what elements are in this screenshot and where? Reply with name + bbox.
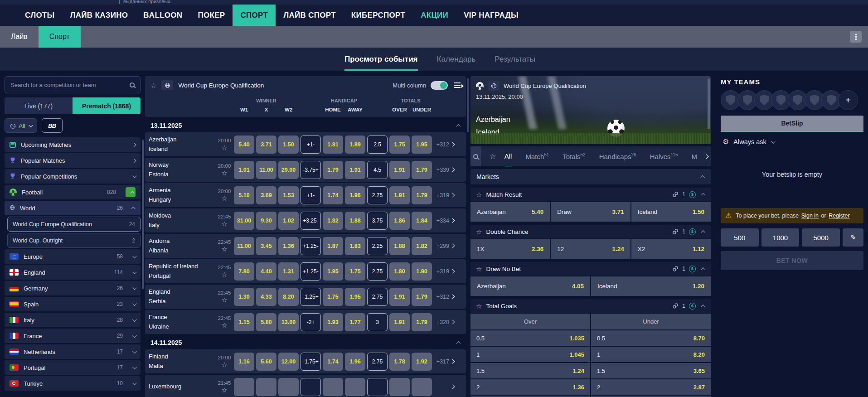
nav-item-8[interactable]: VIP НАГРАДЫ: [456, 5, 526, 26]
betslip-tab[interactable]: BetSlip: [721, 116, 863, 132]
match-row[interactable]: Luxembourg21:45☆: [145, 375, 466, 397]
favorite-star-icon[interactable]: ☆: [221, 296, 227, 303]
odds-w1-button[interactable]: 1.01: [234, 161, 254, 179]
market-option-button[interactable]: Iceland1.20: [591, 276, 711, 296]
total-line-button[interactable]: 3: [367, 313, 388, 331]
total-under-button[interactable]: 18.20: [591, 347, 711, 362]
match-row[interactable]: Republic of IrelandPortugal22:45☆7.804.4…: [145, 259, 466, 283]
odds-over-button[interactable]: 1.91: [389, 313, 410, 331]
odds-over-button[interactable]: [389, 378, 410, 396]
nav-item-0[interactable]: СЛОТЫ: [17, 5, 63, 26]
odds-handicap-home-button[interactable]: 1.93: [323, 313, 343, 331]
handicap-line-button[interactable]: +1.25-: [301, 262, 321, 281]
total-under-button[interactable]: 0.58.70: [591, 330, 711, 346]
more-options-button[interactable]: [850, 31, 862, 43]
sidebar-country-spain[interactable]: Spain23: [5, 297, 141, 311]
match-row[interactable]: AndorraAlbania22:45☆11.003.451.36+1.25-1…: [145, 234, 466, 258]
sidebar-country-germany[interactable]: Germany26: [5, 281, 141, 295]
mode-tab-1[interactable]: Спорт: [39, 26, 81, 48]
handicap-line-button[interactable]: [301, 378, 321, 396]
odds-over-button[interactable]: 1.91: [389, 288, 410, 306]
prematch-button[interactable]: Prematch (1868): [73, 97, 141, 114]
nav-item-5[interactable]: ЛАЙВ СПОРТ: [276, 5, 344, 26]
odds-over-button[interactable]: 1.75: [389, 136, 410, 154]
market-tab-all[interactable]: All: [504, 146, 512, 166]
handicap-line-button[interactable]: -3.75+: [301, 161, 321, 179]
search-box[interactable]: [5, 76, 141, 93]
list-scrollbar[interactable]: [467, 78, 469, 132]
odds-w2-button[interactable]: 12.00: [278, 353, 299, 371]
odds-x-button[interactable]: 9.30: [256, 212, 276, 230]
market-option-button[interactable]: Draw3.71: [551, 202, 630, 222]
odds-over-button[interactable]: 1.80: [389, 262, 410, 281]
total-under-button[interactable]: 1.53.65: [591, 363, 711, 378]
odds-handicap-home-button[interactable]: 1.75: [323, 288, 343, 306]
odds-under-button[interactable]: 1.95: [412, 136, 432, 154]
favorite-markets-star-icon[interactable]: ☆: [489, 153, 496, 160]
handicap-line-button[interactable]: +1-: [301, 186, 321, 204]
market-option-button[interactable]: 1X2.36: [470, 239, 550, 259]
handicap-line-button[interactable]: -1.25+: [301, 288, 321, 306]
total-over-button[interactable]: 0.51.035: [470, 330, 590, 346]
edit-stake-button[interactable]: ✎: [843, 228, 863, 247]
favorite-star-icon[interactable]: ☆: [221, 220, 227, 227]
favorite-star-icon[interactable]: ☆: [221, 322, 227, 329]
odds-handicap-away-button[interactable]: 1.77: [345, 313, 365, 331]
odds-handicap-home-button[interactable]: 1.74: [323, 186, 343, 204]
favorite-star-icon[interactable]: ☆: [221, 387, 227, 393]
bet-now-button[interactable]: BET NOW: [721, 251, 863, 270]
favorite-star-icon[interactable]: ☆: [476, 303, 482, 310]
sidebar-country-portugal[interactable]: Portugal17: [5, 360, 141, 375]
register-link[interactable]: Register: [829, 213, 850, 219]
odds-w1-button[interactable]: 7.80: [234, 262, 254, 281]
odds-w2-button[interactable]: 1.02: [278, 212, 299, 230]
total-over-button[interactable]: 21.36: [470, 379, 590, 395]
market-option-button[interactable]: Azerbaijan4.05: [470, 276, 590, 296]
favorite-star-icon[interactable]: ☆: [221, 271, 227, 278]
market-header[interactable]: ☆Draw No Bet1$: [470, 262, 711, 276]
odds-w2-button[interactable]: 8.20: [278, 288, 299, 306]
odds-handicap-home-button[interactable]: 1.82: [323, 212, 343, 230]
event-panel-scrollbar[interactable]: [708, 78, 710, 129]
favorite-star-icon[interactable]: ☆: [150, 82, 156, 89]
odds-w2-button[interactable]: 1.53: [278, 186, 299, 204]
total-line-button[interactable]: 4.5: [367, 161, 388, 179]
odds-x-button[interactable]: 5.80: [256, 313, 276, 331]
sidebar-country-france[interactable]: France29: [5, 329, 141, 343]
sign-in-link[interactable]: Sign in: [801, 213, 819, 219]
odds-handicap-away-button[interactable]: 1.75: [345, 262, 365, 281]
odds-w1-button[interactable]: 1.30: [234, 288, 254, 306]
odds-w2-button[interactable]: 29.00: [278, 161, 299, 179]
odds-handicap-away-button[interactable]: 1.91: [345, 161, 365, 179]
sidebar-quicklink-1[interactable]: Popular Matches: [5, 153, 141, 168]
favorite-star-icon[interactable]: ☆: [476, 228, 482, 235]
odds-handicap-away-button[interactable]: [345, 378, 365, 396]
sidebar-item-world[interactable]: World26: [5, 201, 141, 215]
total-line-button[interactable]: 2.5: [367, 136, 388, 154]
odds-under-button[interactable]: 1.79: [412, 313, 432, 331]
sidebar-competition-0[interactable]: World Cup Europe Qualification24: [7, 217, 141, 232]
view-tab-1[interactable]: Календарь: [437, 55, 476, 71]
odds-w2-button[interactable]: 1.36: [278, 237, 299, 255]
sidebar-quicklink-2[interactable]: Popular Competitions: [5, 169, 141, 184]
sidebar-country-netherlands[interactable]: Netherlands17: [5, 344, 141, 359]
favorite-star-icon[interactable]: ☆: [476, 191, 482, 198]
odds-handicap-away-button[interactable]: 1.96: [345, 186, 365, 204]
match-row[interactable]: FranceUkraine22:45☆1.155.8013.00-2+1.931…: [145, 310, 466, 334]
market-tab-halves[interactable]: Halves115: [650, 146, 678, 166]
total-line-button[interactable]: 2.75: [367, 353, 388, 371]
betslip-settings[interactable]: ⚙ Always ask: [721, 138, 863, 145]
odds-handicap-home-button[interactable]: 1.79: [323, 161, 343, 179]
favorite-star-icon[interactable]: ☆: [221, 195, 227, 202]
odds-w2-button[interactable]: [278, 378, 299, 396]
odds-x-button[interactable]: 5.60: [256, 353, 276, 371]
odds-under-button[interactable]: 1.79: [412, 161, 432, 179]
odds-x-button[interactable]: 3.45: [256, 237, 276, 255]
market-option-button[interactable]: Iceland1.50: [631, 202, 711, 222]
odds-w1-button[interactable]: 5.10: [234, 186, 254, 204]
odds-handicap-home-button[interactable]: 1.95: [323, 262, 343, 281]
search-input[interactable]: [10, 82, 130, 88]
sidebar-country-eu[interactable]: Europe58: [5, 249, 141, 264]
date-group-header[interactable]: 13.11.2025: [145, 119, 466, 132]
sidebar-quicklink-0[interactable]: Upcoming Matches: [5, 137, 141, 152]
